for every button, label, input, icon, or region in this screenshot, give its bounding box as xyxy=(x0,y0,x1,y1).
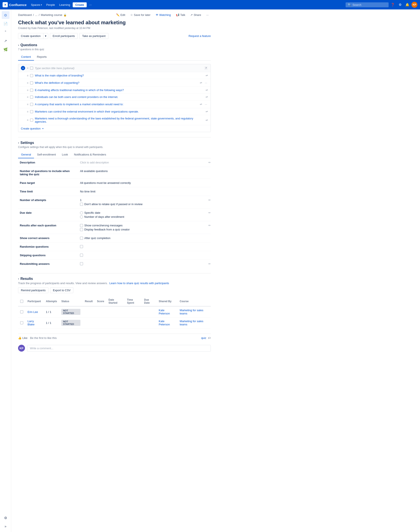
breadcrumb-dashboard[interactable]: Dashboard xyxy=(18,13,32,16)
resubmitting-checkbox[interactable] xyxy=(80,262,83,265)
drag-handle-icon[interactable]: ≡ xyxy=(27,89,28,92)
shared-by-link[interactable]: Kate Peterson xyxy=(159,309,170,315)
export-csv-button[interactable]: Export to CSV xyxy=(50,287,73,293)
drag-handle-icon[interactable]: ≡ xyxy=(27,74,28,77)
shuffle-icon[interactable]: ⇌ xyxy=(206,88,208,92)
question-select-checkbox[interactable] xyxy=(30,74,33,77)
tab-reports[interactable]: Reports xyxy=(34,54,50,61)
breadcrumb-course[interactable]: Marketing course xyxy=(41,13,62,16)
question-select-checkbox[interactable] xyxy=(30,96,33,98)
drag-handle-icon[interactable]: ≡ xyxy=(27,67,28,70)
sidebar-settings-icon[interactable]: ⚙ xyxy=(2,514,9,522)
tab-content[interactable]: Content xyxy=(18,54,34,61)
show-correct-wrong-checkbox[interactable] xyxy=(80,224,83,227)
settings-value[interactable]: 1 Don't allow to retake quiz if passed o… xyxy=(78,196,211,209)
after-quiz-completion-checkbox[interactable] xyxy=(80,237,83,240)
settings-button[interactable]: ⚙ xyxy=(397,1,403,8)
edit-icon[interactable]: ✏ xyxy=(208,262,211,266)
help-button[interactable]: ❓ xyxy=(390,1,396,8)
question-select-checkbox[interactable] xyxy=(30,67,33,70)
edit-icon[interactable]: ✏ xyxy=(208,211,211,214)
search-input[interactable] xyxy=(352,3,387,6)
edit-icon[interactable]: ✏ xyxy=(208,161,211,164)
breadcrumb-ellipsis[interactable]: ... xyxy=(35,13,37,16)
drag-handle-icon[interactable]: ≡ xyxy=(27,119,28,122)
tab-self-enrollment[interactable]: Self-enrollment xyxy=(34,151,59,158)
talk-button[interactable]: 📢 Talk xyxy=(174,13,187,17)
question-select-checkbox[interactable] xyxy=(30,110,33,113)
specific-date-radio[interactable] xyxy=(80,211,83,214)
user-avatar[interactable]: KP xyxy=(411,2,418,8)
question-select-checkbox[interactable] xyxy=(30,89,33,92)
more-icon[interactable]: ··· xyxy=(204,102,208,106)
course-link[interactable]: Marketing for sales teams xyxy=(180,309,203,315)
course-link[interactable]: Marketing for sales teams xyxy=(180,320,203,326)
sidebar-pages-icon[interactable]: 📄 xyxy=(2,20,9,28)
request-feature-link[interactable]: Request a feature xyxy=(189,34,211,38)
shuffle-icon[interactable]: ⇌ xyxy=(200,81,202,84)
spaces-nav[interactable]: Spaces ▾ xyxy=(29,2,44,7)
quiz-tag-link[interactable]: quiz xyxy=(201,336,206,339)
shared-by-link[interactable]: Kate Peterson xyxy=(159,320,170,326)
sidebar-quote-icon[interactable]: " xyxy=(2,28,9,36)
shuffle-icon[interactable]: ⇌ xyxy=(206,110,208,113)
question-select-checkbox[interactable] xyxy=(30,103,33,106)
create-question-dropdown-icon[interactable]: ▾ xyxy=(42,127,44,130)
create-question-row[interactable]: Create question ▾ xyxy=(18,125,210,132)
participant-link[interactable]: Erin Lee xyxy=(28,310,38,314)
tab-general[interactable]: General xyxy=(18,151,34,158)
share-button[interactable]: ↗ Share xyxy=(188,13,203,17)
more-icon[interactable]: ··· xyxy=(204,81,208,85)
sidebar-share-icon[interactable]: ↗ xyxy=(2,37,9,45)
days-after-enrollment-radio[interactable] xyxy=(80,215,83,218)
learning-nav[interactable]: Learning xyxy=(58,2,72,7)
watching-button[interactable]: 👁 Watching xyxy=(153,13,173,17)
comment-input[interactable]: Write a comment... xyxy=(27,345,211,351)
tab-look[interactable]: Look xyxy=(59,151,71,158)
learn-link[interactable]: Learn how to share quiz results with par… xyxy=(109,281,169,285)
create-question-button[interactable]: Create question xyxy=(18,33,43,39)
edit-button[interactable]: ✏️ Edit xyxy=(114,13,127,17)
enroll-participants-button[interactable]: Enroll participants xyxy=(50,33,78,39)
drag-handle-icon[interactable]: ≡ xyxy=(27,110,28,113)
drag-handle-icon[interactable]: ≡ xyxy=(27,103,28,106)
take-as-participant-button[interactable]: Take as participant xyxy=(79,33,108,39)
like-button[interactable]: 👍 Like xyxy=(18,336,28,339)
more-actions-button[interactable]: ··· xyxy=(204,13,211,17)
notifications-button[interactable]: 🔔 xyxy=(404,1,411,8)
sidebar-expand-icon[interactable]: » xyxy=(2,523,9,530)
edit-icon[interactable]: ✏ xyxy=(208,224,211,227)
questions-section-header[interactable]: ▾ Questions xyxy=(18,43,211,47)
question-select-checkbox[interactable] xyxy=(30,81,33,84)
save-for-later-button[interactable]: ☆ Save for later xyxy=(128,13,152,17)
skipping-checkbox[interactable] xyxy=(80,254,83,257)
edit-icon[interactable]: ✏ xyxy=(208,198,211,202)
remind-participants-button[interactable]: Remind participants xyxy=(18,287,48,293)
select-all-checkbox[interactable] xyxy=(20,300,23,303)
shuffle-icon[interactable]: ⇌ xyxy=(206,95,208,98)
search-input-wrapper[interactable]: 🔍 xyxy=(345,2,389,7)
drag-handle-icon[interactable]: ≡ xyxy=(27,96,28,98)
participant-link[interactable]: Larry Blake xyxy=(28,320,35,326)
settings-value[interactable]: Click to add description ✏ xyxy=(78,158,211,167)
drag-handle-icon[interactable]: ≡ xyxy=(27,81,28,84)
add-section-icon[interactable]: + xyxy=(21,66,25,70)
more-nav-button[interactable]: ··· xyxy=(88,2,93,7)
section-title-placeholder[interactable]: Type section title here (optional) xyxy=(35,67,202,70)
display-feedback-checkbox[interactable] xyxy=(80,228,83,231)
results-section-header[interactable]: ▾ Results xyxy=(18,277,211,281)
shuffle-icon[interactable]: ⇌ xyxy=(206,119,208,122)
create-button[interactable]: Create xyxy=(73,2,87,7)
create-question-dropdown[interactable]: ▾ xyxy=(43,33,48,39)
tab-notifications[interactable]: Notifications & Reminders xyxy=(71,151,109,158)
people-nav[interactable]: People xyxy=(45,2,57,7)
row-checkbox[interactable] xyxy=(20,310,23,313)
no-retake-checkbox[interactable] xyxy=(80,203,83,206)
row-checkbox[interactable] xyxy=(20,321,23,324)
question-select-checkbox[interactable] xyxy=(30,119,33,122)
sidebar-home-icon[interactable]: ⊙ xyxy=(2,11,9,19)
shuffle-icon[interactable]: ⇌ xyxy=(206,74,208,77)
randomize-checkbox[interactable] xyxy=(80,245,83,248)
logo[interactable]: ✕ Confluence xyxy=(2,2,27,7)
shuffle-icon[interactable]: ⇌ xyxy=(200,103,202,106)
